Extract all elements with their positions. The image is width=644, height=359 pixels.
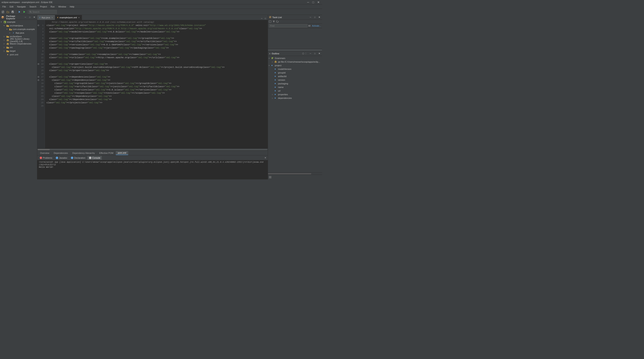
- appjava-icon: J: [39, 16, 40, 18]
- editor-tabs: J App.java ✕ X example/pom.xml ✕ ─ □: [37, 15, 268, 20]
- h-scroll-track[interactable]: [38, 149, 267, 150]
- tree-item[interactable]: Xpom.xml: [0, 53, 37, 56]
- task-list-close-btn[interactable]: ✕: [318, 16, 321, 19]
- code-content[interactable]: http://maven.apache.org/xsd/maven-4.0.0.…: [45, 20, 268, 148]
- bottom-tab-dep-hierarchy[interactable]: Dependency Hierarchy: [70, 151, 97, 155]
- package-explorer-max-btn[interactable]: □: [28, 16, 32, 19]
- maximize-btn[interactable]: □: [312, 0, 315, 4]
- editor-min-btn[interactable]: ─: [260, 17, 263, 20]
- menu-window[interactable]: Window: [56, 5, 68, 8]
- outline-min-btn[interactable]: ─: [309, 52, 312, 55]
- bottom-tab-declaration[interactable]: Declaration: [69, 156, 87, 160]
- outline-item[interactable]: version: [268, 78, 322, 82]
- tree-item-label: src/test/java: [10, 35, 22, 38]
- bottom-tab-pomxml[interactable]: pom.xml: [116, 151, 128, 155]
- bottom-tab-overview[interactable]: Overview: [38, 151, 51, 155]
- appjava-close-btn[interactable]: ✕: [51, 16, 53, 19]
- outline-item[interactable]: artifactId: [268, 74, 322, 78]
- outline-item[interactable]: ▷jar:file:/C:/Users/meowr/scoop/apps/ecl…: [268, 60, 322, 64]
- outline-item-icon: [274, 68, 277, 70]
- outline-close-btn[interactable]: ✕: [318, 52, 321, 55]
- outline-scrollbar[interactable]: [268, 172, 322, 174]
- toolbar-open-btn[interactable]: [6, 10, 10, 14]
- outline-collapse-icon[interactable]: [269, 176, 272, 178]
- editor-max-btn[interactable]: □: [264, 17, 267, 20]
- code-line-20: class="xml-tag"><artifactIdclass="xml-ta…: [46, 85, 266, 88]
- svg-rect-17: [7, 43, 8, 44]
- menu-navigate[interactable]: Navigate: [16, 5, 28, 8]
- tree-item[interactable]: ▾Eexample: [0, 20, 37, 24]
- outline-item-icon: [274, 83, 277, 84]
- svg-rect-22: [275, 61, 276, 62]
- task-list-scroll-track: [268, 50, 322, 51]
- outline-item[interactable]: ▾project: [268, 64, 322, 67]
- toolbar-debug-btn[interactable]: [17, 10, 22, 14]
- appjava-label: App.java: [42, 16, 50, 19]
- close-btn[interactable]: ✕: [316, 0, 320, 4]
- menu-search[interactable]: Search: [28, 5, 38, 8]
- package-explorer-header: 📦 Package Explorer ─ □ ✕: [0, 15, 37, 20]
- tree-item[interactable]: ▷JApp.java: [0, 31, 37, 35]
- bottom-tab-javadoc[interactable]: Javadoc: [54, 156, 69, 160]
- bottom-tab-effective[interactable]: Effective POM: [97, 151, 115, 155]
- code-line-11: class="xml-tag"><urlclass="xml-tag">>htt…: [46, 56, 266, 59]
- task-list-search-input[interactable]: [269, 24, 308, 28]
- outline-link-icon[interactable]: [302, 52, 304, 55]
- package-explorer-min-btn[interactable]: ─: [24, 16, 27, 19]
- toolbar-new-btn[interactable]: [1, 10, 5, 14]
- editor-scroll-h[interactable]: [37, 148, 268, 150]
- outline-tree: ▾Grammars▷jar:file:/C:/Users/meowr/scoop…: [268, 56, 322, 172]
- toolbar-run-btn[interactable]: [22, 10, 26, 14]
- package-explorer-close-btn[interactable]: ✕: [32, 16, 36, 19]
- outline-max-btn[interactable]: □: [313, 52, 316, 55]
- outline-item[interactable]: ▾Grammars: [268, 56, 322, 60]
- line-num-26: 26: [37, 104, 45, 108]
- tree-item[interactable]: ▷target: [0, 49, 37, 53]
- tree-item[interactable]: ▾src/main/java: [0, 24, 37, 28]
- line-num-7: 7: [37, 43, 45, 46]
- outline-item[interactable]: url: [268, 89, 322, 92]
- tree-item[interactable]: ▷JRE System Library [JavaSE-1.8]: [0, 38, 37, 42]
- editor-tab-appjava[interactable]: J App.java ✕: [37, 15, 55, 20]
- outline-item[interactable]: ▷properties: [268, 92, 322, 96]
- h-scroll-thumb[interactable]: [38, 149, 50, 150]
- outline-item[interactable]: packaging: [268, 82, 322, 85]
- bottom-tab-problems[interactable]: Problems: [38, 156, 54, 160]
- tree-item[interactable]: ▷src: [0, 46, 37, 49]
- outline-item[interactable]: name: [268, 85, 322, 89]
- pomxml-close-btn[interactable]: ✕: [78, 16, 80, 19]
- task-list-filter-icon[interactable]: [272, 20, 275, 23]
- menu-run[interactable]: Run: [49, 5, 56, 8]
- task-list-activate-btn[interactable]: Activate...: [312, 25, 321, 27]
- outline-header: ≡ Outline ⋮ ─ □ ✕: [268, 51, 322, 56]
- bottom-tab-dependencies[interactable]: Dependencies: [52, 151, 70, 155]
- menu-help[interactable]: Help: [68, 5, 76, 8]
- outline-item-icon: [274, 76, 277, 77]
- code-editor[interactable]: ●123456789101112●13141516●17●18192021222…: [37, 20, 268, 148]
- outline-item[interactable]: ▷dependencies: [268, 96, 322, 100]
- task-list-all-btn[interactable]: All: [308, 25, 310, 27]
- minimize-btn[interactable]: ─: [306, 0, 310, 4]
- task-list-scrollbar[interactable]: [268, 49, 322, 51]
- outline-item[interactable]: groupId: [268, 71, 322, 74]
- menu-edit[interactable]: Edit: [8, 5, 15, 8]
- outline-item-label: name: [278, 86, 284, 88]
- tree-item[interactable]: ▾com.example.example: [0, 28, 37, 31]
- outline-item[interactable]: modelVersion: [268, 67, 322, 71]
- task-list-max-btn[interactable]: □: [313, 16, 316, 19]
- console-icon: [89, 157, 92, 159]
- menu-project[interactable]: Project: [38, 5, 48, 8]
- svg-point-32: [275, 98, 276, 99]
- task-list-min-btn[interactable]: ─: [309, 16, 312, 19]
- code-line-17: class="xml-tag"><dependenciesclass="xml-…: [46, 75, 266, 78]
- outline-arrow: ▷: [272, 61, 274, 63]
- outline-more-btn[interactable]: ⋮: [305, 52, 307, 55]
- toolbar-save-btn[interactable]: [10, 10, 15, 14]
- toolbar-search-input[interactable]: [32, 11, 52, 13]
- editor-tab-pomxml[interactable]: X example/pom.xml ✕: [55, 15, 82, 20]
- task-list-refresh-icon[interactable]: [276, 20, 279, 23]
- console-close-btn[interactable]: ✕: [264, 156, 267, 160]
- svg-rect-14: [7, 40, 9, 41]
- menu-file[interactable]: File: [1, 5, 8, 8]
- bottom-tab-console[interactable]: Console: [87, 156, 102, 160]
